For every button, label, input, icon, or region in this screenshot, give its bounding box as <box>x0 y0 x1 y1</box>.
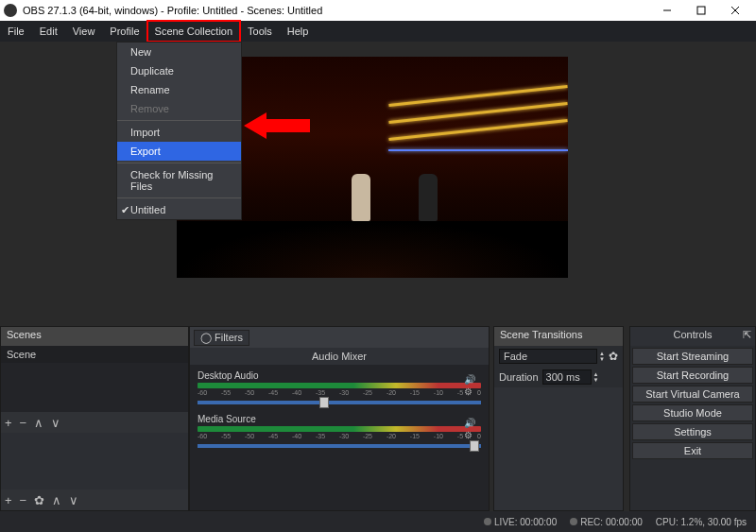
dropdown-rename[interactable]: Rename <box>117 80 241 99</box>
add-source-icon[interactable]: + <box>5 493 12 507</box>
window-title: OBS 27.1.3 (64-bit, windows) - Profile: … <box>23 5 322 16</box>
audio-meter <box>198 383 481 388</box>
meter-ticks: -60-55-50-45-40-35-30-25-20-15-10-50 <box>198 389 481 397</box>
svg-marker-4 <box>244 112 310 139</box>
dropdown-untitled[interactable]: ✔Untitled <box>117 200 241 219</box>
mixer-channel-label: Desktop Audio <box>198 370 481 381</box>
dropdown-new[interactable]: New <box>117 43 241 61</box>
menu-scene-collection[interactable]: Scene Collection <box>147 21 241 42</box>
remove-source-icon[interactable]: − <box>20 493 27 507</box>
chevron-down-icon[interactable]: ▼ <box>593 377 599 383</box>
dropdown-untitled-label: Untitled <box>130 204 165 215</box>
move-up-icon[interactable]: ∧ <box>34 416 43 430</box>
svg-rect-1 <box>697 7 705 14</box>
source-move-up-icon[interactable]: ∧ <box>52 493 61 507</box>
dropdown-export[interactable]: Export <box>117 142 241 161</box>
filters-label: Filters <box>215 332 243 343</box>
menu-profile[interactable]: Profile <box>102 21 146 42</box>
mixer-channel-label: Media Source <box>198 414 481 424</box>
title-bar: OBS 27.1.3 (64-bit, windows) - Profile: … <box>0 0 756 21</box>
minimize-button[interactable] <box>650 0 684 21</box>
dropdown-separator <box>117 197 241 198</box>
slider-thumb[interactable] <box>470 440 479 452</box>
status-rec: REC: 00:00:00 <box>570 517 643 527</box>
menu-bar: File Edit View Profile Scene Collection … <box>0 21 756 42</box>
status-bar: LIVE: 00:00:00 REC: 00:00:00 CPU: 1.2%, … <box>0 511 756 532</box>
audio-mixer-title: Audio Mixer <box>190 348 489 365</box>
dropdown-separator <box>117 120 241 121</box>
start-streaming-button[interactable]: Start Streaming <box>632 348 753 365</box>
studio-mode-button[interactable]: Studio Mode <box>632 404 753 421</box>
maximize-button[interactable] <box>684 0 718 21</box>
filters-icon: ◯ <box>200 332 212 344</box>
gear-icon[interactable]: ✿ <box>609 350 618 363</box>
scenes-toolbar: + − ∧ ∨ <box>1 412 188 433</box>
controls-panel: Controls ⇱ Start Streaming Start Recordi… <box>629 326 756 511</box>
exit-button[interactable]: Exit <box>632 442 753 459</box>
volume-slider[interactable] <box>198 444 481 448</box>
menu-view[interactable]: View <box>65 21 103 42</box>
source-properties-icon[interactable]: ✿ <box>34 493 44 507</box>
meter-ticks: -60-55-50-45-40-35-30-25-20-15-10-50 <box>198 433 481 440</box>
duration-input[interactable] <box>542 369 592 385</box>
app-icon <box>4 4 17 17</box>
dropdown-remove: Remove <box>117 99 241 118</box>
audio-mixer-panel: ◯ Filters Audio Mixer Desktop Audio -60-… <box>189 326 490 511</box>
menu-edit[interactable]: Edit <box>32 21 65 42</box>
scene-item[interactable]: Scene <box>1 346 188 363</box>
live-indicator-icon <box>484 518 491 525</box>
dropdown-import[interactable]: Import <box>117 123 241 142</box>
volume-slider[interactable] <box>198 401 481 404</box>
menu-tools[interactable]: Tools <box>240 21 280 42</box>
preview-area <box>0 42 756 326</box>
speaker-icon[interactable]: 🔊 <box>464 374 475 385</box>
rec-indicator-icon <box>570 518 577 525</box>
menu-help[interactable]: Help <box>280 21 317 42</box>
audio-meter <box>198 426 481 432</box>
duration-label: Duration <box>499 371 539 383</box>
gear-icon[interactable]: ⚙ <box>464 430 475 440</box>
move-down-icon[interactable]: ∨ <box>51 416 60 430</box>
filters-button[interactable]: ◯ Filters <box>194 330 249 346</box>
transition-select[interactable]: Fade <box>499 349 597 364</box>
add-scene-icon[interactable]: + <box>5 416 12 430</box>
scenes-panel: Scenes Scene + − ∧ ∨ + − ✿ ∧ ∨ <box>0 326 189 511</box>
chevron-down-icon[interactable]: ▼ <box>599 356 605 362</box>
dropdown-separator <box>117 163 241 163</box>
controls-title: Controls ⇱ <box>630 327 755 346</box>
close-button[interactable] <box>718 0 752 21</box>
source-move-down-icon[interactable]: ∨ <box>69 493 78 507</box>
start-virtual-camera-button[interactable]: Start Virtual Camera <box>632 386 753 403</box>
status-live: LIVE: 00:00:00 <box>484 517 557 527</box>
scene-collection-dropdown: New Duplicate Rename Remove Import Expor… <box>116 42 242 220</box>
settings-button[interactable]: Settings <box>632 423 753 440</box>
annotation-arrow-icon <box>244 109 310 143</box>
scenes-title: Scenes <box>1 327 188 346</box>
slider-thumb[interactable] <box>319 397 329 408</box>
scene-transitions-panel: Scene Transitions Fade ▲▼ ✿ Duration ▲▼ <box>493 326 624 511</box>
sources-list[interactable] <box>1 433 188 489</box>
bottom-panels: Scenes Scene + − ∧ ∨ + − ✿ ∧ ∨ ◯ Filters… <box>0 326 756 511</box>
sources-toolbar: + − ✿ ∧ ∨ <box>1 489 188 510</box>
menu-file[interactable]: File <box>0 21 32 42</box>
expand-icon[interactable]: ⇱ <box>743 329 751 341</box>
dropdown-check-missing[interactable]: Check for Missing Files <box>117 165 241 196</box>
start-recording-button[interactable]: Start Recording <box>632 367 753 384</box>
remove-scene-icon[interactable]: − <box>20 416 27 430</box>
status-cpu: CPU: 1.2%, 30.00 fps <box>656 517 747 527</box>
gear-icon[interactable]: ⚙ <box>464 386 475 397</box>
dropdown-duplicate[interactable]: Duplicate <box>117 61 241 80</box>
transitions-title: Scene Transitions <box>494 327 623 346</box>
speaker-icon[interactable]: 🔊 <box>464 418 475 428</box>
